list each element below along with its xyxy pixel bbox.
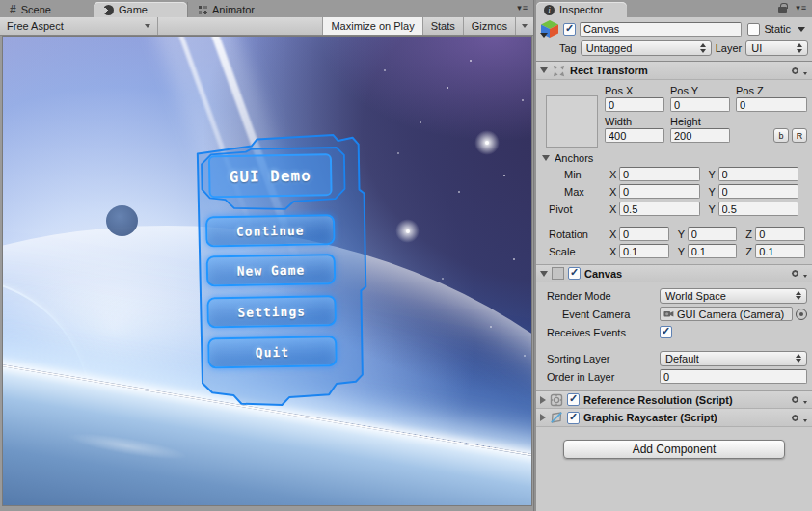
moon-silhouette: [106, 205, 138, 236]
max-label: Max: [540, 186, 609, 198]
anchors-min-y-field[interactable]: [718, 167, 799, 181]
anchors-max-x-field[interactable]: [619, 184, 700, 199]
reference-resolution-title: Reference Resolution (Script): [583, 394, 733, 406]
anchors-min-row: Min X Y: [540, 166, 807, 182]
event-camera-label: Event Camera: [540, 309, 660, 320]
active-checkbox[interactable]: [563, 23, 576, 36]
settings-button[interactable]: Settings: [206, 295, 337, 328]
aspect-dropdown-label: Free Aspect: [7, 20, 64, 32]
chevron-down-icon: [803, 419, 807, 422]
axis-y-label: Y: [709, 203, 718, 215]
pos-x-field[interactable]: [605, 97, 664, 112]
tab-game[interactable]: Game: [94, 2, 187, 17]
receives-events-checkbox[interactable]: [660, 326, 672, 338]
rect-transform-header[interactable]: Rect Transform: [536, 62, 812, 80]
blueprint-mode-button[interactable]: b: [773, 128, 789, 143]
anchors-foldout[interactable]: Anchors: [542, 152, 807, 164]
quit-button[interactable]: Quit: [207, 336, 338, 368]
info-icon: i: [544, 5, 555, 15]
canvas-component-body: Render Mode World Space Event Camera GUI…: [536, 282, 812, 390]
chevron-down-icon: [522, 24, 528, 28]
axis-y-label: Y: [678, 229, 688, 240]
rotation-row: Rotation X Y Z: [540, 226, 807, 242]
pivot-y-field[interactable]: [718, 202, 799, 216]
scale-row: Scale X Y Z: [540, 243, 807, 259]
component-menu[interactable]: [789, 393, 807, 406]
rect-transform-body: Pos X Pos Y Pos Z Width Height: [536, 80, 812, 264]
reference-resolution-header[interactable]: Reference Resolution (Script): [536, 390, 812, 409]
pos-z-label: Pos Z: [736, 83, 807, 97]
gizmos-button[interactable]: Gizmos: [463, 17, 515, 35]
render-mode-dropdown[interactable]: World Space: [660, 288, 807, 304]
aspect-dropdown[interactable]: Free Aspect: [0, 17, 158, 35]
scale-z-field[interactable]: [755, 244, 805, 258]
tag-label: Tag: [559, 42, 577, 54]
canvas-component-header[interactable]: Canvas: [536, 264, 812, 282]
graphic-raycaster-header[interactable]: Graphic Raycaster (Script): [536, 409, 812, 427]
name-field[interactable]: [580, 22, 742, 37]
gear-icon: [789, 393, 801, 406]
tab-inspector[interactable]: i Inspector: [536, 2, 627, 17]
foldout-closed-icon[interactable]: [540, 396, 546, 404]
anchors-min-x-field[interactable]: [619, 167, 700, 181]
object-picker-icon[interactable]: [796, 309, 807, 320]
axis-z-label: Z: [745, 229, 755, 240]
scale-x-field[interactable]: [619, 244, 669, 258]
gizmos-dropdown[interactable]: [515, 17, 533, 35]
rotation-z-field[interactable]: [755, 227, 805, 241]
gear-icon: [789, 267, 801, 280]
gameobject-icon[interactable]: [540, 19, 559, 39]
gizmos-label: Gizmos: [472, 20, 507, 32]
reference-resolution-enabled-checkbox[interactable]: [567, 393, 580, 406]
layer-value: UI: [751, 42, 762, 54]
continue-button[interactable]: Continue: [205, 214, 336, 247]
sorting-layer-dropdown[interactable]: Default: [660, 351, 807, 366]
pos-x-label: Pos X: [605, 83, 664, 97]
pos-y-field[interactable]: [670, 97, 730, 112]
event-camera-field[interactable]: GUI Camera (Camera): [660, 307, 793, 321]
scale-y-field[interactable]: [688, 244, 738, 258]
foldout-closed-icon[interactable]: [540, 414, 546, 421]
panel-menu-icon[interactable]: ▾≡: [517, 3, 528, 13]
scene-icon: #: [10, 5, 16, 14]
tag-dropdown[interactable]: Untagged: [581, 40, 712, 56]
add-component-button[interactable]: Add Component: [563, 440, 785, 459]
canvas-enabled-checkbox[interactable]: [568, 267, 581, 280]
rotation-x-field[interactable]: [619, 227, 669, 241]
graphic-raycaster-enabled-checkbox[interactable]: [567, 412, 580, 424]
menu-title: GUI Demo: [209, 154, 332, 197]
maximize-on-play-button[interactable]: Maximize on Play: [322, 17, 421, 35]
view-tabstrip: # Scene Game Animator ▾≡: [0, 0, 533, 17]
component-menu[interactable]: [789, 267, 807, 280]
order-in-layer-field[interactable]: [660, 369, 807, 384]
pivot-x-field[interactable]: [619, 202, 700, 216]
foldout-open-icon[interactable]: [540, 271, 548, 277]
anchors-label: Anchors: [555, 152, 593, 164]
layer-dropdown[interactable]: UI: [745, 40, 808, 56]
new-game-button[interactable]: New Game: [206, 254, 337, 286]
static-checkbox[interactable]: [747, 23, 760, 36]
height-field[interactable]: [670, 128, 730, 143]
tab-scene[interactable]: # Scene: [0, 2, 94, 17]
pos-z-field[interactable]: [736, 97, 807, 112]
axis-x-label: X: [609, 169, 619, 180]
tab-animator[interactable]: Animator: [187, 2, 281, 17]
foldout-open-icon[interactable]: [540, 67, 548, 73]
stepper-icon: [796, 354, 801, 363]
stats-button[interactable]: Stats: [422, 17, 463, 35]
component-menu[interactable]: [789, 412, 807, 424]
graphic-raycaster-title: Graphic Raycaster (Script): [583, 412, 717, 423]
game-viewport[interactable]: GUI Demo Continue New Game Settings Quit: [2, 36, 532, 506]
order-in-layer-label: Order in Layer: [540, 371, 660, 383]
rotation-y-field[interactable]: [688, 227, 738, 241]
raw-edit-mode-button[interactable]: R: [792, 128, 807, 143]
panel-menu-icon[interactable]: ▾≡: [796, 3, 807, 13]
anchors-max-y-field[interactable]: [718, 184, 799, 199]
canvas-component-title: Canvas: [584, 268, 622, 280]
static-dropdown-icon[interactable]: [798, 27, 805, 32]
lock-icon[interactable]: [778, 7, 787, 13]
component-menu[interactable]: [789, 65, 807, 77]
graphic-raycaster-icon: [550, 411, 563, 424]
axis-y-label: Y: [678, 246, 688, 257]
width-field[interactable]: [605, 128, 664, 143]
